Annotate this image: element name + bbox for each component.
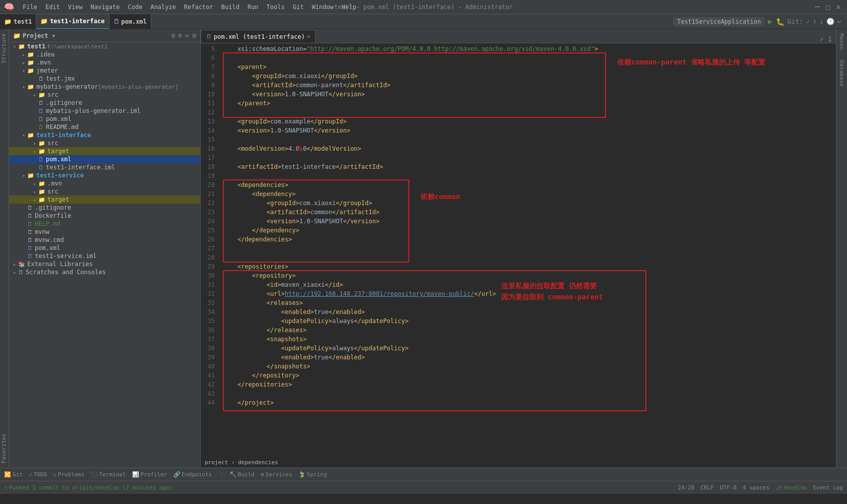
- git-pull[interactable]: ↓: [820, 18, 823, 25]
- menu-analyze[interactable]: Analyze: [147, 3, 179, 12]
- project-tab-test1-interface[interactable]: 📁 test1-interface: [36, 14, 109, 29]
- tree-root-service-iml[interactable]: ▸ 🗒 test1-service.iml: [9, 252, 200, 260]
- menu-edit[interactable]: Edit: [42, 3, 64, 12]
- spring-status-item[interactable]: 🍃 Spring: [298, 471, 327, 478]
- todo-icon: ✓: [29, 471, 32, 478]
- code-line-41: </repository>: [223, 371, 836, 380]
- tree-service-src[interactable]: ▸ 📁 src: [9, 187, 200, 196]
- breadcrumb[interactable]: project › dependencies: [205, 459, 278, 466]
- tree-mybatis-iml[interactable]: ▸ 🗒 mybatis-plus-generator.iml: [9, 107, 200, 115]
- tree-help-md[interactable]: ▸ 🗒 HELP.md: [9, 220, 200, 228]
- maven-tab[interactable]: Maven: [837, 31, 846, 52]
- build-status-item[interactable]: 🔨 Build: [229, 471, 255, 478]
- menu-run[interactable]: Run: [244, 3, 262, 12]
- tree-mvn[interactable]: ▸ 📁 .mvn: [9, 58, 200, 67]
- editor-tab-pom[interactable]: 🗒 pom.xml (test1-interface) ✕: [201, 30, 316, 43]
- code-line-20: <dependencies>: [223, 180, 836, 190]
- structure-tab[interactable]: Structure: [0, 29, 9, 68]
- tree-interface-src[interactable]: ▸ 📁 src: [9, 139, 200, 147]
- endpoints-status-item[interactable]: 🔗 Endpoints: [173, 471, 212, 478]
- tree-mybatis-src[interactable]: ▸ 📁 src: [9, 91, 200, 99]
- code-line-18: <artifactId>test1-interface</artifactId>: [223, 162, 836, 171]
- editor-content[interactable]: ➜ 56789 1011121314 1516171819 2021222324…: [201, 43, 836, 458]
- format-button[interactable]: ✓: [820, 35, 824, 43]
- tree-service-target[interactable]: ▸ 📁 target: [9, 196, 200, 204]
- code-line-14: <version>1.0-SNAPSHOT</version>: [223, 126, 836, 135]
- tree-interface-iml[interactable]: ▸ 🗒 test1-interface.iml: [9, 163, 200, 171]
- code-lines[interactable]: xsi:schemaLocation="http://maven.apache.…: [219, 43, 836, 458]
- menu-refactor[interactable]: Refactor: [180, 3, 217, 12]
- profiler-status-item[interactable]: 📊 Profiler: [132, 471, 167, 478]
- close-button[interactable]: ✕: [834, 2, 843, 12]
- expand-all-icon[interactable]: ≡: [178, 32, 183, 39]
- cursor-position[interactable]: 24:20: [678, 484, 694, 491]
- event-log[interactable]: Event Log: [813, 484, 843, 491]
- title-bar-title: test1 - pom.xml (test1-interface) - Admi…: [334, 4, 513, 11]
- settings-button[interactable]: 1: [828, 35, 832, 43]
- tree-test1[interactable]: ▾ 📁 test1 E:\workspace\test1: [9, 42, 200, 50]
- tree-idea[interactable]: ▸ 📁 .idea: [9, 50, 200, 58]
- problems-status-item[interactable]: ⚠ Problems: [53, 471, 85, 478]
- tree-test1-interface[interactable]: ▾ 📁 test1-interface: [9, 131, 200, 139]
- project-tab-pom[interactable]: 🗒 pom.xml: [109, 14, 152, 29]
- code-line-23: <artifactId>common</artifactId>: [223, 208, 836, 217]
- todo-status-item[interactable]: ✓ TODO: [29, 471, 47, 478]
- tree-service-mvn[interactable]: ▸ 📁 .mvn: [9, 179, 200, 187]
- git-push[interactable]: ↑: [813, 18, 816, 25]
- menu-build[interactable]: Build: [218, 3, 243, 12]
- tree-interface-target[interactable]: ▸ 📁 target: [9, 147, 200, 155]
- left-vertical-sidebar: Structure Favorites: [0, 29, 9, 468]
- services-icon: ⚙: [261, 471, 264, 478]
- tree-mybatis-pom[interactable]: ▸ 🗒 pom.xml: [9, 115, 200, 123]
- menu-view[interactable]: View: [65, 3, 86, 12]
- tree-jmeter[interactable]: ▾ 📁 jmeter: [9, 67, 200, 75]
- project-tab-test1[interactable]: 📁 test1: [0, 14, 36, 29]
- tree-mvnw[interactable]: ▸ 🗒 mvnw: [9, 228, 200, 236]
- branch-icon: ⎇: [775, 484, 782, 491]
- menu-git[interactable]: Git: [289, 3, 308, 12]
- tree-test1-service[interactable]: ▾ 📁 test1-service: [9, 171, 200, 179]
- push-status[interactable]: ↑ Pushed 1 commit to origin/develop (7 m…: [4, 484, 172, 491]
- gear-icon[interactable]: ⚙: [192, 32, 196, 39]
- debug-button[interactable]: 🐛: [776, 18, 784, 26]
- services-status-item[interactable]: ⚙ Services: [261, 471, 292, 478]
- tree-interface-pom[interactable]: ▸ 🗒 pom.xml: [9, 155, 200, 163]
- git-history[interactable]: 🕐: [826, 18, 834, 25]
- menu-file[interactable]: File: [19, 3, 41, 12]
- git-checkmark[interactable]: ✓: [806, 18, 810, 25]
- build-icon: 🔨: [229, 471, 236, 478]
- git-status-item[interactable]: 🔀 Git: [4, 471, 23, 478]
- tree-mybatis-gitignore[interactable]: ▸ 🗒 .gitignore: [9, 99, 200, 107]
- tree-test-jmx[interactable]: ▸ 🗒 test.jmx: [9, 75, 200, 83]
- minimize-button[interactable]: ─: [813, 2, 822, 12]
- menu-navigate[interactable]: Navigate: [87, 3, 124, 12]
- tree-root-pom[interactable]: ▸ 🗒 pom.xml: [9, 244, 200, 252]
- maximize-button[interactable]: □: [824, 3, 832, 11]
- tree-dockerfile[interactable]: ▸ 🗒 Dockerfile: [9, 212, 200, 220]
- settings-icon[interactable]: ⚙: [171, 32, 175, 39]
- menu-window[interactable]: Window: [308, 3, 337, 12]
- code-line-19: [223, 171, 836, 180]
- tree-external-libs[interactable]: ▸ 📚 External Libraries: [9, 260, 200, 268]
- tab-close-icon[interactable]: ✕: [307, 33, 311, 40]
- tree-mybatis-gen[interactable]: ▾ 📁 mybatis-generator [mybatis-plus-gene…: [9, 83, 200, 91]
- terminal-status-item[interactable]: ⬛ Terminal: [91, 471, 126, 478]
- encoding-status[interactable]: UTF-8: [720, 484, 737, 491]
- run-config-label[interactable]: Test1ServiceApplication: [673, 17, 765, 26]
- tree-readme[interactable]: ▸ 🗒 README.md: [9, 123, 200, 131]
- run-button[interactable]: ▶: [768, 17, 773, 26]
- code-line-29: <repositories>: [223, 262, 836, 271]
- tree-mvnw-cmd[interactable]: ▸ 🗒 mvnw.cmd: [9, 236, 200, 244]
- tree-root-gitignore[interactable]: ▸ 🗒 .gitignore: [9, 204, 200, 212]
- tree-scratches[interactable]: ▸ 🗒 Scratches and Consoles: [9, 268, 200, 276]
- menu-code[interactable]: Code: [125, 3, 146, 12]
- menu-tools[interactable]: Tools: [263, 3, 288, 12]
- indent-status[interactable]: 4 spaces: [743, 484, 769, 491]
- collapse-all-icon[interactable]: ≔: [185, 32, 189, 39]
- git-revert[interactable]: ↩: [837, 18, 841, 25]
- line-ending[interactable]: CRLF: [700, 484, 714, 491]
- code-line-6: [223, 53, 836, 62]
- database-tab[interactable]: Database: [837, 58, 846, 89]
- branch-status[interactable]: ⎇ develop: [775, 484, 807, 491]
- favorites-tab[interactable]: Favorites: [0, 429, 9, 468]
